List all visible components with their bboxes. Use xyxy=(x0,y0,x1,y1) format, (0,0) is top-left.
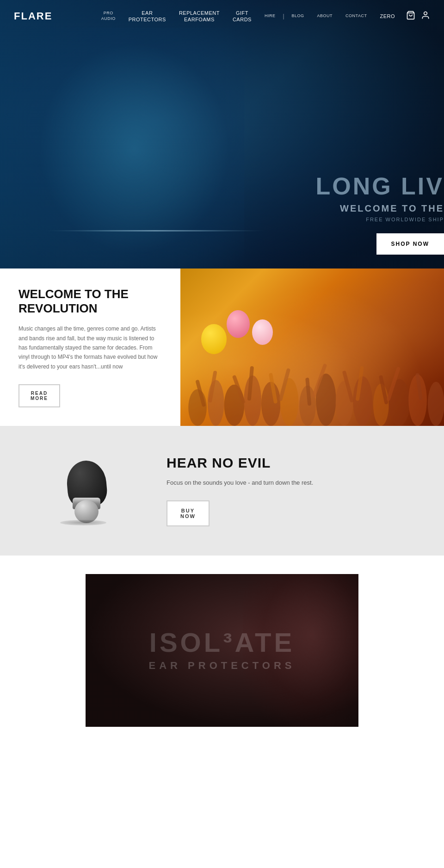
site-header: FLARE ProAudio EarProtectors Replacement… xyxy=(0,0,444,32)
revolution-image xyxy=(180,269,444,426)
svg-point-5 xyxy=(244,375,261,426)
nav-item-gift-cards[interactable]: GiftCards xyxy=(226,10,258,23)
hero-content: LONG LIV WELCOME TO THE FREE WORLDWIDE S… xyxy=(222,173,444,222)
svg-point-10 xyxy=(336,381,353,426)
nav-item-blog[interactable]: Blog xyxy=(285,13,311,19)
hero-necklace-detail xyxy=(44,230,266,231)
earplug-shadow xyxy=(60,520,106,525)
revolution-title: WELCOME TO THEREVOLUTION xyxy=(18,287,162,316)
hero-overlay xyxy=(0,0,444,269)
svg-point-2 xyxy=(188,389,207,426)
svg-point-3 xyxy=(208,380,224,426)
hear-body: Focus on the sounds you love - and turn … xyxy=(166,478,407,488)
hero-cta: SHOP NOW xyxy=(376,233,444,255)
hear-no-evil-section: HEAR NO EVIL Focus on the sounds you lov… xyxy=(0,426,444,556)
buy-now-button[interactable]: BUYNOW xyxy=(166,500,210,526)
crowd-svg xyxy=(180,316,444,426)
cart-button[interactable] xyxy=(406,11,415,22)
nav-item-about[interactable]: About xyxy=(311,13,339,19)
svg-point-6 xyxy=(261,382,281,426)
hero-subheadline: WELCOME TO THE xyxy=(222,203,444,214)
product-image xyxy=(37,454,130,528)
svg-point-15 xyxy=(428,382,444,426)
nav-item-hire[interactable]: Hire xyxy=(258,13,282,19)
revolution-section: WELCOME TO THEREVOLUTION Music changes a… xyxy=(0,269,444,426)
main-nav: ProAudio EarProtectors ReplacementEarfoa… xyxy=(95,10,401,23)
isolate-product-name: ISOL³ATE xyxy=(99,629,345,656)
isolate-section: ISOL³ATE EAR PROTECTORS xyxy=(0,556,444,745)
nav-item-zero[interactable]: Zero xyxy=(373,13,401,19)
isolate-product-subtitle: EAR PROTECTORS xyxy=(99,660,345,672)
svg-point-11 xyxy=(353,376,372,426)
svg-point-1 xyxy=(424,12,427,15)
revolution-text-panel: WELCOME TO THEREVOLUTION Music changes a… xyxy=(0,269,180,426)
hero-section: LONG LIV WELCOME TO THE FREE WORLDWIDE S… xyxy=(0,0,444,269)
nav-divider-1: | xyxy=(282,13,285,19)
nav-icons xyxy=(406,11,430,22)
isolate-text: ISOL³ATE EAR PROTECTORS xyxy=(99,629,345,672)
nav-item-ear-protectors[interactable]: EarProtectors xyxy=(122,10,173,23)
account-button[interactable] xyxy=(421,11,430,22)
nav-item-pro-audio[interactable]: ProAudio xyxy=(95,11,122,21)
nav-item-replacement-earfoams[interactable]: ReplacementEarfoams xyxy=(173,10,226,23)
shop-now-button[interactable]: SHOP NOW xyxy=(376,233,444,255)
earplug-product xyxy=(46,458,120,523)
revolution-body: Music changes all the time, genres come … xyxy=(18,324,162,371)
hero-headline: LONG LIV xyxy=(222,173,444,200)
hear-no-evil-text: HEAR NO EVIL Focus on the sounds you lov… xyxy=(166,455,407,527)
nav-item-contact[interactable]: Contact xyxy=(339,13,373,19)
brand-logo[interactable]: FLARE xyxy=(14,10,52,22)
isolate-card: ISOL³ATE EAR PROTECTORS xyxy=(86,574,358,727)
read-more-button[interactable]: READMORE xyxy=(18,384,60,407)
svg-point-12 xyxy=(373,384,389,426)
hero-shipping-text: FREE WORLDWIDE SHIP xyxy=(222,217,444,222)
hear-title: HEAR NO EVIL xyxy=(166,455,407,471)
